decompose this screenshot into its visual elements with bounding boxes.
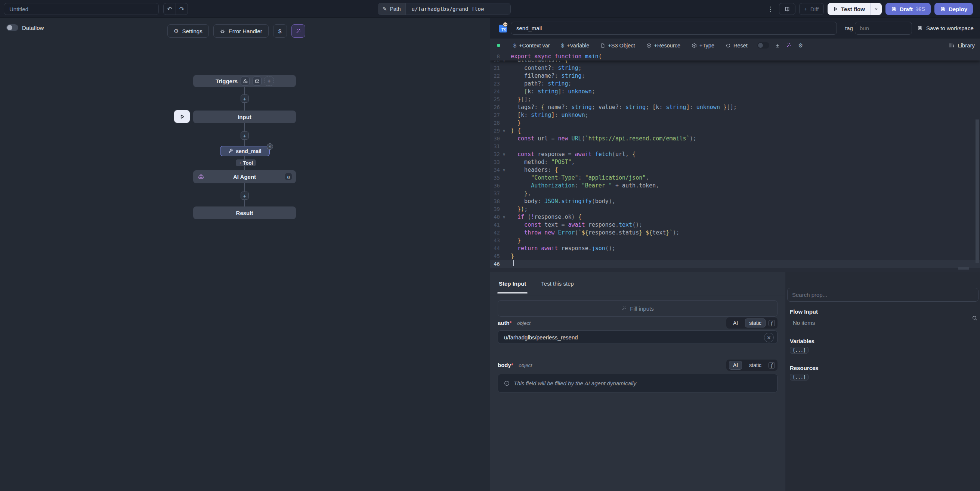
code-line[interactable]: 27 [k: string]: unknown;: [490, 111, 980, 119]
code-line[interactable]: 38 body: JSON.stringify(body),: [490, 197, 980, 205]
clear-auth-button[interactable]: ✕: [764, 333, 774, 342]
search-icon[interactable]: [972, 315, 978, 321]
reset-button[interactable]: Reset: [725, 43, 748, 49]
tab-test-this-step[interactable]: Test this step: [540, 272, 574, 295]
dataflow-toggle[interactable]: [6, 24, 18, 31]
diff-mode-toggle[interactable]: [757, 42, 769, 49]
insert-step-button[interactable]: +: [240, 94, 249, 103]
mail-icon[interactable]: [253, 76, 261, 86]
tag-input[interactable]: [855, 22, 912, 35]
chevron-down-icon[interactable]: [870, 7, 882, 11]
flow-title-input[interactable]: [4, 3, 159, 15]
step-name-input[interactable]: [511, 22, 837, 35]
tab-step-input[interactable]: Step Input: [498, 272, 527, 295]
code-line[interactable]: 37 },: [490, 190, 980, 197]
error-handler-button[interactable]: Error Handler: [213, 24, 269, 38]
editor-settings-icon[interactable]: ⚙: [798, 42, 803, 49]
code-line[interactable]: 21 content?: string;: [490, 64, 980, 72]
run-input-button[interactable]: [174, 110, 190, 123]
fold-icon[interactable]: ∨: [500, 166, 508, 174]
code-line[interactable]: 46: [490, 260, 980, 268]
code-line[interactable]: 44 return await response.json();: [490, 245, 980, 253]
insert-step-button[interactable]: +: [240, 132, 249, 140]
code-line[interactable]: 39 });: [490, 205, 980, 213]
test-flow-button[interactable]: Test flow: [827, 3, 882, 15]
code-editor[interactable]: 20∨ attachments?: {21 content?: string;2…: [490, 52, 980, 272]
add-trigger-button[interactable]: +: [264, 76, 274, 86]
node-ai-agent[interactable]: AI Agent a: [193, 170, 296, 183]
expression-editor-icon[interactable]: f: [768, 320, 775, 326]
editor-horizontal-scrollbar[interactable]: [958, 267, 969, 270]
editor-vertical-scrollbar[interactable]: [975, 119, 979, 263]
gear-icon: ⚙: [174, 28, 178, 34]
add-type-button[interactable]: +Type: [692, 43, 714, 49]
node-triggers[interactable]: Triggers +: [193, 75, 296, 87]
code-line[interactable]: 45}: [490, 253, 980, 260]
node-send-mail[interactable]: send_mail: [220, 146, 270, 156]
file-icon: [600, 43, 605, 48]
step-tabs: Step Input Test this step: [490, 272, 785, 296]
insert-step-button[interactable]: +: [240, 192, 249, 200]
flow-input-title: Flow Input: [790, 308, 980, 315]
code-line[interactable]: 41 const text = await response.text();: [490, 221, 980, 229]
remove-tool-button[interactable]: ✕: [267, 143, 273, 150]
diff-button[interactable]: ± Diff: [799, 3, 824, 15]
code-line[interactable]: 42 throw new Error(`${response.status} $…: [490, 229, 980, 237]
code-line[interactable]: 32∨ const response = await fetch(url, {: [490, 151, 980, 158]
fold-gutter: [500, 197, 508, 205]
variables-object-chip[interactable]: {...}: [790, 347, 808, 354]
fold-icon[interactable]: ∨: [500, 213, 508, 221]
undo-button[interactable]: ↶: [163, 3, 176, 15]
code-line[interactable]: 25 }[];: [490, 95, 980, 103]
docs-button[interactable]: [779, 3, 795, 15]
mode-static-option[interactable]: static: [745, 318, 765, 327]
code-line[interactable]: 24 [k: string]: unknown;: [490, 88, 980, 95]
path-control[interactable]: ✎ Path u/farhadglbs/grand_flow: [378, 3, 511, 15]
settings-button[interactable]: ⚙ Settings: [167, 24, 209, 38]
webhook-icon[interactable]: [240, 76, 250, 86]
add-s3-object-button[interactable]: +S3 Object: [600, 43, 635, 49]
code-line[interactable]: 30 const url = new URL(`https://api.rese…: [490, 135, 980, 143]
deploy-button[interactable]: Deploy: [934, 3, 973, 15]
code-line[interactable]: 26 tags?: { name?: string; value?: strin…: [490, 103, 980, 111]
fold-icon[interactable]: ∨: [500, 127, 508, 135]
code-line[interactable]: 36 Authorization: "Bearer " + auth.token…: [490, 182, 980, 190]
ai-assistant-button[interactable]: [291, 24, 305, 38]
add-context-var-button[interactable]: $ +Context var: [513, 43, 550, 49]
code-line[interactable]: 35 "Content-Type": "application/json",: [490, 174, 980, 182]
code-line[interactable]: 40∨ if (!response.ok) {: [490, 213, 980, 221]
fold-gutter: [500, 64, 508, 72]
node-input[interactable]: Input: [193, 111, 296, 123]
code-line[interactable]: 33 method: "POST",: [490, 158, 980, 166]
json-toggle-button[interactable]: $: [273, 24, 287, 38]
library-button[interactable]: Library: [949, 38, 975, 52]
add-resource-button[interactable]: +Resource: [646, 43, 681, 49]
code-line[interactable]: 29∨) {: [490, 127, 980, 135]
diff-label: Diff: [810, 6, 819, 12]
code-line[interactable]: 22 filename?: string;: [490, 72, 980, 80]
code-line[interactable]: 8export async function main(: [490, 52, 980, 60]
add-tool-button[interactable]: + Tool: [236, 159, 256, 166]
more-menu-icon[interactable]: ⋮: [766, 5, 775, 13]
redo-button[interactable]: ↷: [176, 3, 188, 15]
fill-inputs-button[interactable]: Fill inputs: [498, 300, 778, 317]
resources-object-chip[interactable]: {...}: [790, 374, 808, 380]
draft-button[interactable]: Draft ⌘S: [886, 3, 931, 15]
auth-value-input[interactable]: u/farhadglbs/peerless_resend ✕: [498, 331, 778, 344]
code-line[interactable]: 23 path?: string;: [490, 80, 980, 88]
save-to-workspace-button[interactable]: Save to workspace: [917, 18, 974, 38]
code-line[interactable]: 34∨ headers: {: [490, 166, 980, 174]
ai-wand-icon[interactable]: [786, 43, 791, 48]
plus-minus-icon[interactable]: ±: [776, 42, 779, 49]
mode-ai-option[interactable]: AI: [729, 361, 742, 370]
code-line[interactable]: 31: [490, 143, 980, 151]
mode-ai-option[interactable]: AI: [729, 318, 742, 327]
node-result[interactable]: Result: [193, 207, 296, 219]
add-variable-button[interactable]: $ +Variable: [561, 43, 590, 49]
code-line[interactable]: 28 }: [490, 119, 980, 127]
mode-static-option[interactable]: static: [745, 361, 765, 370]
expression-editor-icon[interactable]: f: [768, 362, 775, 369]
fold-icon[interactable]: ∨: [500, 151, 508, 158]
code-line[interactable]: 43 }: [490, 237, 980, 245]
search-prop-input[interactable]: [787, 288, 978, 302]
